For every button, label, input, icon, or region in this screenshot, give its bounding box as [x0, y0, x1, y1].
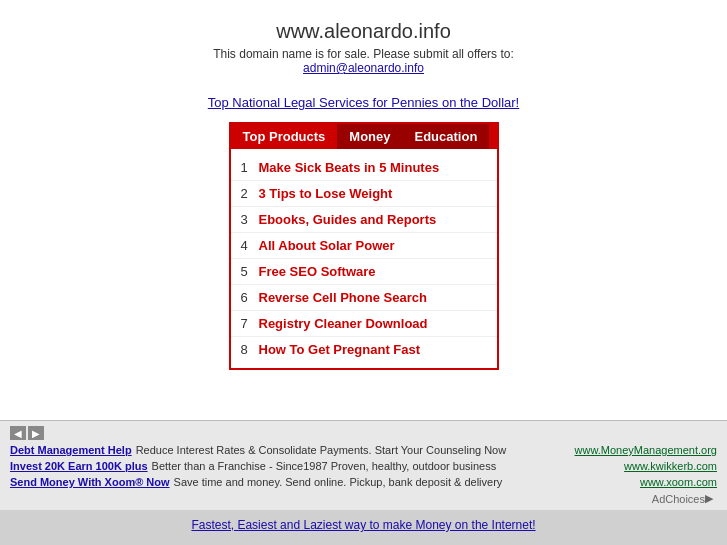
- item-link[interactable]: Registry Cleaner Download: [259, 316, 428, 331]
- item-number: 8: [241, 342, 259, 357]
- item-number: 7: [241, 316, 259, 331]
- item-number: 3: [241, 212, 259, 227]
- item-number: 2: [241, 186, 259, 201]
- list-item: 1 Make Sick Beats in 5 Minutes: [231, 155, 497, 181]
- admin-email-link[interactable]: admin@aleonardo.info: [303, 61, 424, 75]
- adchoices-bar: AdChoices ▶: [10, 490, 717, 505]
- list-item: 2 3 Tips to Lose Weight: [231, 181, 497, 207]
- list-item: 7 Registry Cleaner Download: [231, 311, 497, 337]
- subtitle: This domain name is for sale. Please sub…: [213, 47, 514, 75]
- item-link[interactable]: All About Solar Power: [259, 238, 395, 253]
- main-area: www.aleonardo.info This domain name is f…: [0, 0, 727, 420]
- bottom-link-bar: Fastest, Easiest and Laziest way to make…: [0, 510, 727, 540]
- item-link[interactable]: Free SEO Software: [259, 264, 376, 279]
- ad-bar: ◀ ▶ Debt Management Help Reduce Interest…: [0, 420, 727, 510]
- tab-education[interactable]: Education: [402, 124, 489, 149]
- tabs-bar: Top Products Money Education: [231, 124, 497, 149]
- ad-row: Debt Management Help Reduce Interest Rat…: [10, 442, 717, 458]
- nav-buttons: ◀ ▶: [10, 426, 717, 440]
- ad-description: Reduce Interest Rates & Consolidate Paym…: [136, 444, 571, 456]
- item-link[interactable]: Make Sick Beats in 5 Minutes: [259, 160, 440, 175]
- list-item: 4 All About Solar Power: [231, 233, 497, 259]
- ad-url-link[interactable]: www.kwikkerb.com: [624, 460, 717, 472]
- list-area: 1 Make Sick Beats in 5 Minutes 2 3 Tips …: [231, 149, 497, 368]
- list-item: 3 Ebooks, Guides and Reports: [231, 207, 497, 233]
- subtitle-text: This domain name is for sale. Please sub…: [213, 47, 514, 61]
- list-item: 6 Reverse Cell Phone Search: [231, 285, 497, 311]
- top-ad-link[interactable]: Top National Legal Services for Pennies …: [208, 95, 519, 110]
- ad-row: Send Money With Xoom® Now Save time and …: [10, 474, 717, 490]
- item-number: 4: [241, 238, 259, 253]
- bottom-link[interactable]: Fastest, Easiest and Laziest way to make…: [191, 518, 535, 532]
- prev-button[interactable]: ◀: [10, 426, 26, 440]
- ad-url-link[interactable]: www.xoom.com: [640, 476, 717, 488]
- ad-row: Invest 20K Earn 100K plus Better than a …: [10, 458, 717, 474]
- item-number: 6: [241, 290, 259, 305]
- list-item: 5 Free SEO Software: [231, 259, 497, 285]
- site-title: www.aleonardo.info: [276, 20, 451, 43]
- adchoices-label: AdChoices: [652, 493, 705, 505]
- content-box: Top Products Money Education 1 Make Sick…: [229, 122, 499, 370]
- adchoices-arrow-icon: ▶: [705, 492, 713, 505]
- next-button[interactable]: ▶: [28, 426, 44, 440]
- tab-money[interactable]: Money: [337, 124, 402, 149]
- item-number: 1: [241, 160, 259, 175]
- list-item: 8 How To Get Pregnant Fast: [231, 337, 497, 362]
- ad-description: Better than a Franchise - Since1987 Prov…: [152, 460, 621, 472]
- tab-top-products[interactable]: Top Products: [231, 124, 338, 149]
- item-link[interactable]: Ebooks, Guides and Reports: [259, 212, 437, 227]
- ad-title-link[interactable]: Send Money With Xoom® Now: [10, 476, 170, 488]
- item-link[interactable]: 3 Tips to Lose Weight: [259, 186, 393, 201]
- ad-title-link[interactable]: Invest 20K Earn 100K plus: [10, 460, 148, 472]
- item-link[interactable]: How To Get Pregnant Fast: [259, 342, 421, 357]
- ad-url-link[interactable]: www.MoneyManagement.org: [575, 444, 717, 456]
- ad-description: Save time and money. Send online. Pickup…: [174, 476, 636, 488]
- ad-title-link[interactable]: Debt Management Help: [10, 444, 132, 456]
- item-link[interactable]: Reverse Cell Phone Search: [259, 290, 427, 305]
- item-number: 5: [241, 264, 259, 279]
